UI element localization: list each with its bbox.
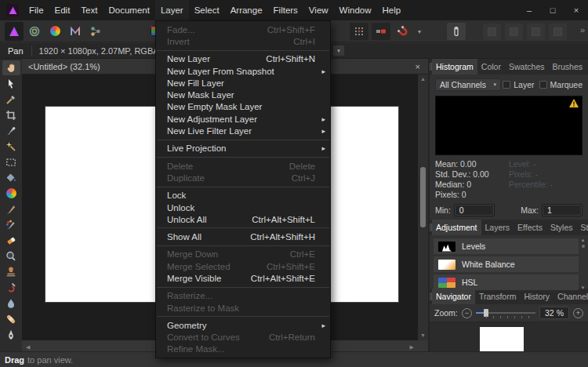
scroll-down-icon[interactable]: ▼ xyxy=(420,331,426,340)
export-persona-icon[interactable] xyxy=(86,22,105,41)
menu-item-new-fill-layer[interactable]: New Fill Layer xyxy=(156,77,330,89)
tab-stock[interactable]: Stock xyxy=(577,220,588,235)
menubar-item-filters[interactable]: Filters xyxy=(268,0,303,20)
crop-tool[interactable] xyxy=(2,107,20,122)
menubar-item-layer[interactable]: Layer xyxy=(155,0,189,20)
move-tool[interactable] xyxy=(2,76,20,91)
menu-item-live-projection[interactable]: Live Projection▸ xyxy=(156,143,330,154)
menubar-item-help[interactable]: Help xyxy=(376,0,406,20)
adjustment-item-levels[interactable]: Levels xyxy=(434,238,579,254)
menubar-item-select[interactable]: Select xyxy=(189,0,225,20)
max-input[interactable]: 1 xyxy=(542,204,583,216)
menubar-item-text[interactable]: Text xyxy=(75,0,103,20)
menu-item-geometry[interactable]: Geometry▸ xyxy=(156,319,330,331)
channel-select[interactable]: All Channels ▾ xyxy=(435,78,501,91)
menu-item-new-mask-layer[interactable]: New Mask Layer xyxy=(156,89,330,100)
menubar-item-edit[interactable]: Edit xyxy=(49,0,76,20)
min-input[interactable]: 0 xyxy=(454,204,495,216)
scroll-up-icon[interactable]: ▲ xyxy=(581,237,586,243)
zoom-value[interactable]: 32 % xyxy=(539,307,569,319)
menubar-item-view[interactable]: View xyxy=(303,0,334,20)
checkbox-layer[interactable]: Layer xyxy=(503,80,534,89)
menu-item-shortcut: Ctrl+Shift+E xyxy=(267,262,315,271)
maximize-button[interactable]: □ xyxy=(541,0,564,20)
scroll-up-icon[interactable]: ▲ xyxy=(420,74,426,84)
navigator-preview[interactable] xyxy=(430,322,588,351)
menu-item-shortcut: Ctrl+Shift+N xyxy=(266,54,315,64)
white-balance-thumb-icon xyxy=(438,260,456,270)
zoom-slider[interactable] xyxy=(476,307,535,318)
view-tool[interactable] xyxy=(2,60,20,75)
tab-styles[interactable]: Styles xyxy=(546,220,577,235)
color-picker-tool[interactable] xyxy=(2,92,20,107)
close-tab-icon[interactable]: × xyxy=(414,62,422,71)
liquify-persona-icon[interactable] xyxy=(25,22,44,41)
menu-item-new-adjustment-layer[interactable]: New Adjustment Layer▸ xyxy=(156,113,330,125)
menu-item-label: Duplicate xyxy=(167,173,292,183)
adjustment-item-label: Levels xyxy=(462,242,485,251)
minimize-button[interactable]: – xyxy=(517,0,541,20)
vertical-scroll-thumb[interactable] xyxy=(420,167,426,227)
caret-down-icon[interactable]: ▾ xyxy=(416,28,423,35)
photo-persona-icon[interactable] xyxy=(5,22,24,41)
menu-item-merge-visible[interactable]: Merge VisibleCtrl+Alt+Shift+E xyxy=(156,272,330,284)
menu-item-new-layer[interactable]: New LayerCtrl+Shift+N xyxy=(156,53,330,65)
close-button[interactable]: × xyxy=(564,0,588,20)
blur-tool[interactable] xyxy=(2,296,20,311)
zoom-in-button[interactable]: + xyxy=(573,308,583,318)
zoom-out-button[interactable]: − xyxy=(462,308,472,318)
paint-brush-tool[interactable] xyxy=(2,202,20,216)
menubar-item-arrange[interactable]: Arrange xyxy=(225,0,268,20)
arrange-buttons xyxy=(483,24,567,40)
menubar-item-document[interactable]: Document xyxy=(103,0,154,20)
menubar-item-file[interactable]: File xyxy=(24,0,49,20)
flood-select-tool[interactable] xyxy=(2,139,20,154)
menu-item-new-live-filter-layer[interactable]: New Live Filter Layer▸ xyxy=(156,125,330,136)
menu-item-show-all[interactable]: Show AllCtrl+Alt+Shift+H xyxy=(156,231,330,242)
assistant-flask-icon[interactable] xyxy=(447,23,466,40)
selection-brush-tool[interactable] xyxy=(2,123,20,138)
checkbox-box[interactable] xyxy=(539,81,547,89)
color-replacement-brush-tool[interactable] xyxy=(2,217,20,232)
checkbox-box[interactable] xyxy=(503,81,510,89)
healing-brush-tool[interactable] xyxy=(2,311,20,326)
menu-item-unlock[interactable]: Unlock xyxy=(156,202,330,213)
adjustment-item-hsl[interactable]: HSL xyxy=(434,274,579,290)
context-dropdown[interactable]: ▾ xyxy=(332,45,345,56)
dodge-tool[interactable] xyxy=(2,249,20,263)
adjustment-scrollbar[interactable]: ▲ ▼ xyxy=(579,237,586,291)
tab-color[interactable]: Color xyxy=(477,59,505,74)
checkbox-marquee[interactable]: Marquee xyxy=(539,80,583,89)
submenu-arrow-icon: ▸ xyxy=(318,127,325,135)
clone-stamp-tool[interactable] xyxy=(2,264,20,279)
submenu-arrow-icon: ▸ xyxy=(318,144,325,152)
tab-brushes[interactable]: Brushes xyxy=(548,59,586,74)
smudge-tool[interactable] xyxy=(2,280,20,295)
tab-swatches[interactable]: Swatches xyxy=(505,59,549,74)
tab-layers[interactable]: Layers xyxy=(481,220,514,235)
pen-tool[interactable] xyxy=(2,327,20,342)
vertical-scrollbar[interactable]: ▲ ▼ xyxy=(418,74,428,340)
navigator-page-thumbnail[interactable] xyxy=(480,327,524,353)
snapping-magnet-icon[interactable] xyxy=(394,23,412,40)
pixel-selection-icon[interactable] xyxy=(372,23,390,40)
develop-persona-icon[interactable] xyxy=(45,22,64,41)
erase-tool[interactable] xyxy=(2,233,20,248)
menu-item-unlock-all[interactable]: Unlock AllCtrl+Alt+Shift+L xyxy=(156,213,330,225)
menu-item-new-layer-from-snapshot[interactable]: New Layer From Snapshot▸ xyxy=(156,65,330,77)
flood-fill-tool[interactable] xyxy=(2,170,20,185)
tab-histogram[interactable]: Histogram xyxy=(432,59,477,74)
tab-effects[interactable]: Effects xyxy=(514,220,546,235)
menu-item-new-empty-mask-layer[interactable]: New Empty Mask Layer xyxy=(156,101,330,113)
menu-item-lock[interactable]: Lock xyxy=(156,190,330,202)
scroll-down-icon[interactable]: ▼ xyxy=(581,285,586,291)
histogram-warning-icon[interactable] xyxy=(569,99,579,109)
adjustment-item-white-balance[interactable]: White Balance xyxy=(434,256,579,272)
marquee-tool[interactable] xyxy=(2,154,20,169)
menubar-item-window[interactable]: Window xyxy=(334,0,377,20)
gradient-tool[interactable] xyxy=(2,186,20,201)
tone-mapping-persona-icon[interactable] xyxy=(66,22,85,41)
toolbar-overflow-icon[interactable]: » xyxy=(580,25,585,35)
tab-adjustment[interactable]: Adjustment xyxy=(432,220,481,235)
snapping-grid-icon[interactable] xyxy=(350,23,368,40)
